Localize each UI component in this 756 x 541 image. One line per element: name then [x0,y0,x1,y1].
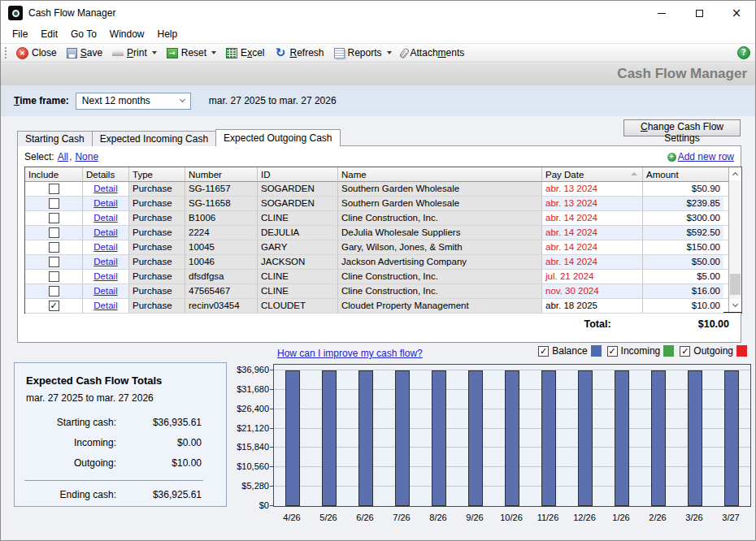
detail-link[interactable]: Detail [93,240,117,254]
tab-expected-outgoing-cash[interactable]: Expected Outgoing Cash [215,129,340,146]
include-checkbox[interactable]: ✓ [49,301,59,311]
maximize-icon [696,10,703,17]
cell-number: SG-11657 [185,182,258,196]
scroll-down-button[interactable] [729,299,741,312]
detail-link[interactable]: Detail [93,197,117,210]
include-checkbox[interactable] [49,271,59,282]
x-axis-label: 11/26 [530,513,566,522]
legend-outgoing-checkbox[interactable]: ✓ [680,346,690,357]
cell-name: Cloudet Property Management [338,299,542,313]
column-header-number[interactable]: Number [185,167,258,181]
menu-item-file[interactable]: File [6,26,34,42]
toolbar-print-label: Print [127,47,147,58]
legend-incoming-checkbox[interactable]: ✓ [607,346,618,357]
include-checkbox[interactable] [49,257,59,267]
close-window-button[interactable]: × [718,1,755,25]
select-all-link[interactable]: All [58,151,68,162]
maximize-button[interactable] [680,1,718,25]
cell-id: SOGARDEN [258,197,338,210]
toolbar-refresh-button[interactable]: ↻Refresh [269,45,328,60]
legend-balance-checkbox[interactable]: ✓ [538,346,549,357]
include-checkbox[interactable] [49,184,59,194]
detail-link[interactable]: Detail [93,182,117,196]
column-header-details[interactable]: Details [83,167,129,181]
detail-link[interactable]: Detail [93,226,117,240]
dropdown-arrow-icon[interactable] [152,51,157,54]
toolbar-print-button[interactable]: Print [107,45,162,60]
help-icon[interactable]: ? [737,46,750,59]
cell-number: dfsdfgsa [185,270,258,283]
toolbar: ×CloseSavePrint→ResetExcel↻RefreshReport… [1,43,755,63]
dropdown-arrow-icon[interactable] [387,51,392,54]
toolbar-attachments-label: Attachments [411,47,465,58]
toolbar-excel-label: Excel [241,47,264,58]
minimize-button[interactable] [643,1,680,25]
include-checkbox[interactable] [49,227,59,238]
column-header-type[interactable]: Type [129,167,185,181]
y-axis-label: $0 [233,500,269,510]
scrollbar-track[interactable] [729,180,741,299]
table-scrollbar[interactable] [728,167,741,312]
toolbar-save-label: Save [80,47,102,58]
detail-link[interactable]: Detail [93,255,117,269]
main-area: Time frame: Next 12 months mar. 27 2025 … [1,85,755,541]
detail-link[interactable]: Detail [93,284,117,298]
toolbar-close-button[interactable]: ×Close [11,45,62,61]
totals-row-label: Incoming: [15,437,116,448]
cell-name: Cline Construction, Inc. [338,284,542,298]
cell-details: Detail [83,226,129,240]
y-axis-tick [270,447,273,448]
close-icon: × [732,7,742,19]
detail-link[interactable]: Detail [93,211,117,225]
scrollbar-thumb[interactable] [730,274,741,295]
change-cash-flow-settings-button[interactable]: Change Cash Flow Settings [623,119,741,136]
scroll-up-button[interactable] [729,167,741,180]
column-header-name[interactable]: Name [338,167,542,181]
cell-number: 2224 [185,226,258,240]
column-header-id[interactable]: ID [258,167,338,181]
column-header-amount[interactable]: Amount [643,167,723,181]
column-header-pay-date[interactable]: Pay Date [542,167,643,181]
cell-amount: $50.90 [643,182,723,196]
cell-id: CLOUDET [258,299,338,313]
legend-item-balance: ✓Balance [538,345,601,357]
y-axis-tick [270,486,273,487]
select-none-link[interactable]: None [75,151,98,162]
menu-item-window[interactable]: Window [103,26,151,42]
cell-type: Purchase [129,299,185,313]
detail-link[interactable]: Detail [93,299,117,313]
cell-id: CLINE [258,284,338,298]
improve-cash-flow-link[interactable]: How can I improve my cash flow? [277,348,423,359]
toolbar-reset-button[interactable]: →Reset [162,45,221,60]
ending-cash-value: $36,925.61 [116,489,202,500]
timeframe-select[interactable]: Next 12 months [76,93,191,110]
toolbar-reset-label: Reset [181,47,206,58]
cell-type: Purchase [129,182,185,196]
toolbar-reports-label: Reports [348,47,382,58]
legend-swatch-balance [591,345,602,357]
include-checkbox[interactable] [49,213,59,223]
y-axis-tick [270,389,273,390]
toolbar-reports-button[interactable]: Reports [329,45,397,60]
add-new-row-link[interactable]: + Add new row [667,151,734,162]
x-axis-label: 12/26 [567,513,602,522]
include-checkbox[interactable] [49,198,59,209]
tab-starting-cash[interactable]: Starting Cash [17,131,93,146]
toolbar-attachments-button[interactable]: Attachments [397,45,470,60]
include-checkbox[interactable] [49,286,59,296]
include-checkbox[interactable] [49,242,59,253]
cell-details: Detail [83,197,129,210]
cell-details: Detail [83,255,129,269]
menu-item-edit[interactable]: Edit [34,26,64,42]
cell-type: Purchase [129,197,185,210]
menu-item-help[interactable]: Help [151,26,185,42]
detail-link[interactable]: Detail [93,270,117,283]
toolbar-excel-button[interactable]: Excel [221,45,269,60]
column-header-include[interactable]: Include [25,167,83,181]
cell-pay-date: abr. 14 2024 [542,255,643,269]
dropdown-arrow-icon[interactable] [211,51,216,54]
select-label: Select: [24,151,54,162]
tab-expected-incoming-cash[interactable]: Expected Incoming Cash [92,131,216,146]
menu-item-go-to[interactable]: Go To [64,26,103,42]
toolbar-save-button[interactable]: Save [62,45,107,60]
